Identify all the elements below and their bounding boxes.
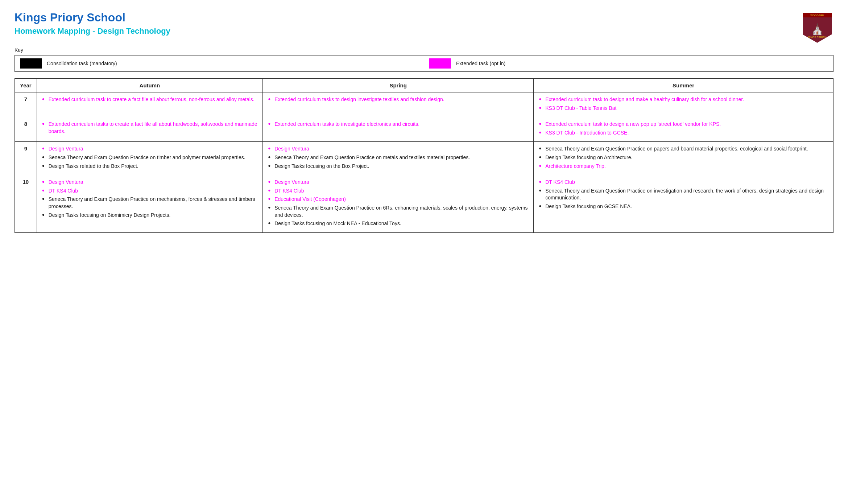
list-item: Design Tasks focusing on Mock NEA - Educ… (268, 220, 528, 227)
cell-y9-spring: Design VenturaSeneca Theory and Exam Que… (263, 142, 534, 175)
key-box: Consolidation task (mandatory) Extended … (15, 55, 833, 72)
list-item: KS3 DT Club - Table Tennis Bat (539, 105, 828, 112)
table-header-row: Year Autumn Spring Summer (15, 79, 833, 92)
list-item: Seneca Theory and Exam Question Practice… (268, 154, 528, 161)
list-item: Design Tasks focusing on GCSE NEA. (539, 203, 828, 210)
subtitle: Homework Mapping - Design Technology (15, 26, 170, 36)
list-item: Extended curriculum task to design and m… (539, 96, 828, 103)
year-cell-9: 9 (15, 142, 37, 175)
list-item: Seneca Theory and Exam Question Practice… (268, 205, 528, 219)
list-item: DT KS4 Club (539, 179, 828, 186)
list-item: KS3 DT Club - Introduction to GCSE. (539, 129, 828, 137)
consolidation-label: Consolidation task (mandatory) (47, 61, 117, 66)
list-item: Design Tasks related to the Box Project. (42, 163, 257, 170)
extended-color (429, 58, 451, 69)
consolidation-color (20, 58, 42, 69)
svg-text:KINGS PRIORY: KINGS PRIORY (808, 36, 827, 38)
year-cell-7: 7 (15, 92, 37, 117)
col-summer: Summer (534, 79, 833, 92)
list-item: Extended curriculum task to design a new… (539, 121, 828, 128)
key-label: Key (15, 47, 833, 53)
extended-label: Extended task (opt in) (456, 61, 505, 66)
list-item: Seneca Theory and Exam Question Practice… (539, 145, 828, 153)
list-item: Design Ventura (268, 145, 528, 153)
list-item: Extended curriculum tasks to create a fa… (42, 121, 257, 135)
list-item: Extended curriculum tasks to design inve… (268, 96, 528, 103)
cell-y10-spring: Design VenturaDT KS4 ClubEducational Vis… (263, 175, 534, 233)
cell-y7-autumn: Extended curriculum task to create a fac… (37, 92, 262, 117)
list-item: Design Ventura (42, 179, 257, 186)
table-row: 10Design VenturaDT KS4 ClubSeneca Theory… (15, 175, 833, 233)
col-year: Year (15, 79, 37, 92)
list-item: Seneca Theory and Exam Question Practice… (42, 196, 257, 210)
year-cell-8: 8 (15, 117, 37, 142)
school-logo: ⛪ WOODARD KINGS PRIORY (801, 11, 833, 44)
header-text: Kings Priory School Homework Mapping - D… (15, 11, 170, 43)
list-item: Seneca Theory and Exam Question Practice… (42, 154, 257, 161)
list-item: Architecture company Trip. (539, 163, 828, 170)
key-item-extended: Extended task (opt in) (424, 55, 833, 71)
key-section: Key Consolidation task (mandatory) Exten… (15, 47, 833, 72)
school-title: Kings Priory School (15, 11, 170, 24)
list-item: Design Tasks focusing on the Box Project… (268, 163, 528, 170)
list-item: DT KS4 Club (42, 187, 257, 195)
list-item: Design Ventura (268, 179, 528, 186)
list-item: DT KS4 Club (268, 187, 528, 195)
cell-y10-autumn: Design VenturaDT KS4 ClubSeneca Theory a… (37, 175, 262, 233)
list-item: Extended curriculum tasks to investigate… (268, 121, 528, 128)
key-item-consolidation: Consolidation task (mandatory) (15, 55, 424, 71)
cell-y8-summer: Extended curriculum task to design a new… (534, 117, 833, 142)
cell-y10-summer: DT KS4 ClubSeneca Theory and Exam Questi… (534, 175, 833, 233)
cell-y7-summer: Extended curriculum task to design and m… (534, 92, 833, 117)
svg-text:WOODARD: WOODARD (810, 14, 824, 17)
cell-y8-spring: Extended curriculum tasks to investigate… (263, 117, 534, 142)
header-area: Kings Priory School Homework Mapping - D… (15, 11, 833, 44)
table-row: 8Extended curriculum tasks to create a f… (15, 117, 833, 142)
list-item: Educational Visit (Copenhagen) (268, 196, 528, 203)
cell-y9-summer: Seneca Theory and Exam Question Practice… (534, 142, 833, 175)
cell-y9-autumn: Design VenturaSeneca Theory and Exam Que… (37, 142, 262, 175)
main-table: Year Autumn Spring Summer 7Extended curr… (15, 78, 833, 233)
cell-y7-spring: Extended curriculum tasks to design inve… (263, 92, 534, 117)
col-autumn: Autumn (37, 79, 262, 92)
list-item: Extended curriculum task to create a fac… (42, 96, 257, 103)
cell-y8-autumn: Extended curriculum tasks to create a fa… (37, 117, 262, 142)
col-spring: Spring (263, 79, 534, 92)
year-cell-10: 10 (15, 175, 37, 233)
table-row: 9Design VenturaSeneca Theory and Exam Qu… (15, 142, 833, 175)
list-item: Design Tasks focusing on Biomimicry Desi… (42, 212, 257, 219)
table-row: 7Extended curriculum task to create a fa… (15, 92, 833, 117)
svg-text:⛪: ⛪ (811, 23, 824, 35)
list-item: Design Tasks focusing on Architecture. (539, 154, 828, 161)
list-item: Seneca Theory and Exam Question Practice… (539, 187, 828, 202)
list-item: Design Ventura (42, 145, 257, 153)
